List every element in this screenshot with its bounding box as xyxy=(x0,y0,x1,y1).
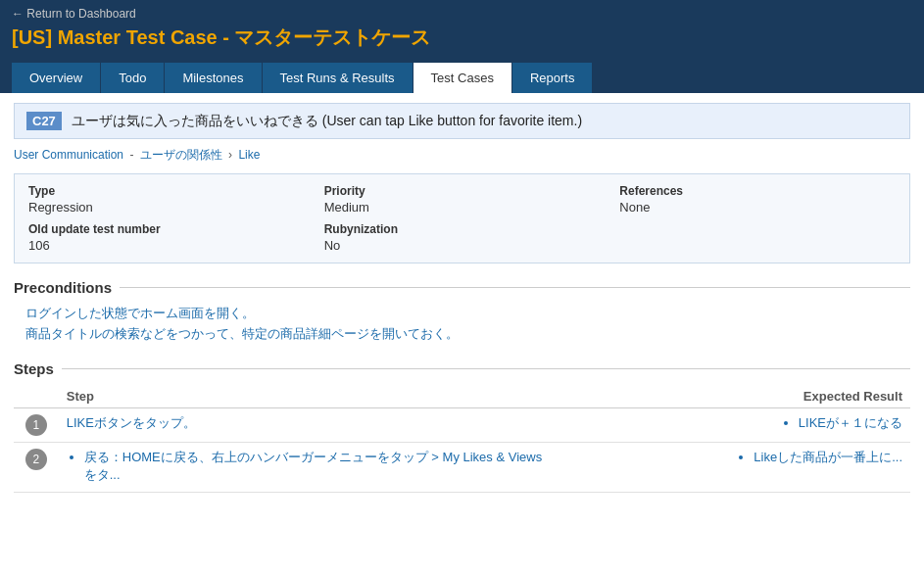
step-circle-1: 1 xyxy=(25,414,47,436)
info-old-update-label: Old update test number xyxy=(28,222,305,236)
back-link[interactable]: Return to Dashboard xyxy=(12,7,136,21)
table-row: 2 戻る：HOMEに戻る、右上のハンバーガーメニューをタップ > My Like… xyxy=(14,442,910,492)
col-step: Step xyxy=(59,385,552,408)
info-empty xyxy=(619,222,896,253)
expected-item-2-0: Likeした商品が一番上に... xyxy=(754,449,902,466)
steps-section: Steps Step Expected Result 1 LIKEボタンをタップ… xyxy=(14,360,910,493)
table-row: 1 LIKEボタンをタップ。 LIKEが＋１になる xyxy=(14,407,910,442)
tab-reports[interactable]: Reports xyxy=(512,63,594,93)
main-content: C27 ユーザは気に入った商品をいいねできる (User can tap Lik… xyxy=(0,93,924,502)
tab-todo[interactable]: Todo xyxy=(101,63,165,93)
info-type-value: Regression xyxy=(28,200,305,215)
nav-tabs: Overview Todo Milestones Test Runs & Res… xyxy=(12,63,912,93)
breadcrumb-part3[interactable]: Like xyxy=(238,148,260,162)
tab-milestones[interactable]: Milestones xyxy=(165,63,262,93)
expected-list-2: Likeした商品が一番上に... xyxy=(736,449,902,466)
step-circle-2: 2 xyxy=(25,449,47,470)
col-expected: Expected Result xyxy=(552,385,910,408)
case-id: C27 xyxy=(26,112,62,130)
top-bar: Return to Dashboard [US] Master Test Cas… xyxy=(0,0,924,93)
step-action-2: 戻る：HOMEに戻る、右上のハンバーガーメニューをタップ > My Likes … xyxy=(59,442,552,492)
info-old-update-value: 106 xyxy=(28,238,305,253)
breadcrumb-sep1: - xyxy=(129,148,136,162)
tab-test-cases[interactable]: Test Cases xyxy=(413,63,512,93)
info-priority-value: Medium xyxy=(324,200,601,215)
info-old-update: Old update test number 106 xyxy=(28,222,305,253)
info-references: References None xyxy=(619,184,896,215)
expected-item-1-0: LIKEが＋１になる xyxy=(799,414,902,432)
info-references-value: None xyxy=(619,200,896,215)
precondition-lines: ログインした状態でホーム画面を開く。 商品タイトルの検索などをつかって、特定の商… xyxy=(14,304,910,345)
steps-table: Step Expected Result 1 LIKEボタンをタップ。 LIKE… xyxy=(14,385,910,493)
info-rubynization: Rubynization No xyxy=(324,222,601,253)
step-action-list-2: 戻る：HOMEに戻る、右上のハンバーガーメニューをタップ > My Likes … xyxy=(67,449,544,484)
info-rubynization-value: No xyxy=(324,238,601,253)
precondition-line-1: ログインした状態でホーム画面を開く。 xyxy=(25,304,910,324)
tab-overview[interactable]: Overview xyxy=(12,63,101,93)
step-num-1: 1 xyxy=(14,407,59,442)
tab-test-runs[interactable]: Test Runs & Results xyxy=(263,63,413,93)
preconditions-title: Preconditions xyxy=(14,279,910,296)
info-priority-label: Priority xyxy=(324,184,601,198)
case-title: ユーザは気に入った商品をいいねできる (User can tap Like bu… xyxy=(72,113,582,130)
step-action-1: LIKEボタンをタップ。 xyxy=(59,407,552,442)
breadcrumb-part1[interactable]: User Communication xyxy=(14,148,123,162)
step-expected-1: LIKEが＋１になる xyxy=(552,407,910,442)
info-type-label: Type xyxy=(28,184,305,198)
info-references-label: References xyxy=(619,184,896,198)
preconditions-section: Preconditions ログインした状態でホーム画面を開く。 商品タイトルの… xyxy=(14,279,910,345)
breadcrumb-part2[interactable]: ユーザの関係性 xyxy=(140,148,222,162)
breadcrumb-sep2: › xyxy=(228,148,235,162)
breadcrumb: User Communication - ユーザの関係性 › Like xyxy=(14,147,910,164)
precondition-line-2: 商品タイトルの検索などをつかって、特定の商品詳細ページを開いておく。 xyxy=(25,324,910,345)
info-priority: Priority Medium xyxy=(324,184,601,215)
step-num-2: 2 xyxy=(14,442,59,492)
info-type: Type Regression xyxy=(28,184,305,215)
page-title: [US] Master Test Case - マスターテストケース xyxy=(12,24,912,59)
expected-list-1: LIKEが＋１になる xyxy=(781,414,902,432)
case-header: C27 ユーザは気に入った商品をいいねできる (User can tap Lik… xyxy=(14,103,910,139)
steps-title: Steps xyxy=(14,360,910,377)
info-box: Type Regression Priority Medium Referenc… xyxy=(14,173,910,263)
step-expected-2: Likeした商品が一番上に... xyxy=(552,442,910,492)
step-action-text-1: LIKEボタンをタップ。 xyxy=(67,415,196,430)
info-rubynization-label: Rubynization xyxy=(324,222,601,236)
step-action-list-item-2-0: 戻る：HOMEに戻る、右上のハンバーガーメニューをタップ > My Likes … xyxy=(84,449,544,484)
col-num xyxy=(14,385,59,408)
